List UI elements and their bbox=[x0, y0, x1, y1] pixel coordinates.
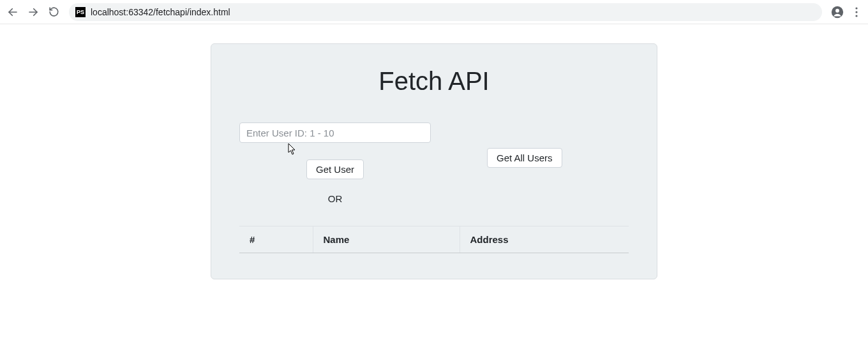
get-user-button[interactable]: Get User bbox=[306, 159, 364, 179]
url-text: localhost:63342/fetchapi/index.html bbox=[91, 7, 230, 17]
single-user-column: Get User OR bbox=[239, 122, 431, 204]
column-header-id: # bbox=[239, 226, 313, 253]
get-all-users-button[interactable]: Get All Users bbox=[487, 148, 562, 168]
user-id-input[interactable] bbox=[239, 122, 431, 143]
all-users-column: Get All Users bbox=[487, 122, 562, 168]
main-card: Fetch API Get User OR Get All Users # Na… bbox=[211, 43, 657, 279]
kebab-menu-icon[interactable] bbox=[849, 3, 864, 21]
content-area: Fetch API Get User OR Get All Users # Na… bbox=[0, 24, 868, 279]
table-header-row: # Name Address bbox=[239, 226, 629, 253]
svg-point-4 bbox=[855, 7, 857, 9]
profile-icon[interactable] bbox=[828, 3, 846, 21]
column-header-name: Name bbox=[313, 226, 460, 253]
users-table: # Name Address bbox=[239, 226, 629, 253]
svg-point-6 bbox=[855, 15, 857, 17]
svg-point-5 bbox=[855, 11, 857, 13]
forward-button[interactable] bbox=[24, 3, 42, 21]
reload-button[interactable] bbox=[45, 3, 63, 21]
or-separator: OR bbox=[328, 193, 343, 204]
svg-point-3 bbox=[835, 8, 839, 12]
address-bar[interactable]: PS localhost:63342/fetchapi/index.html bbox=[69, 3, 822, 21]
back-button[interactable] bbox=[4, 3, 22, 21]
browser-toolbar: PS localhost:63342/fetchapi/index.html bbox=[0, 0, 868, 24]
column-header-address: Address bbox=[460, 226, 629, 253]
favicon-icon: PS bbox=[75, 7, 86, 17]
controls-row: Get User OR Get All Users bbox=[239, 122, 629, 204]
page-title: Fetch API bbox=[239, 67, 629, 96]
